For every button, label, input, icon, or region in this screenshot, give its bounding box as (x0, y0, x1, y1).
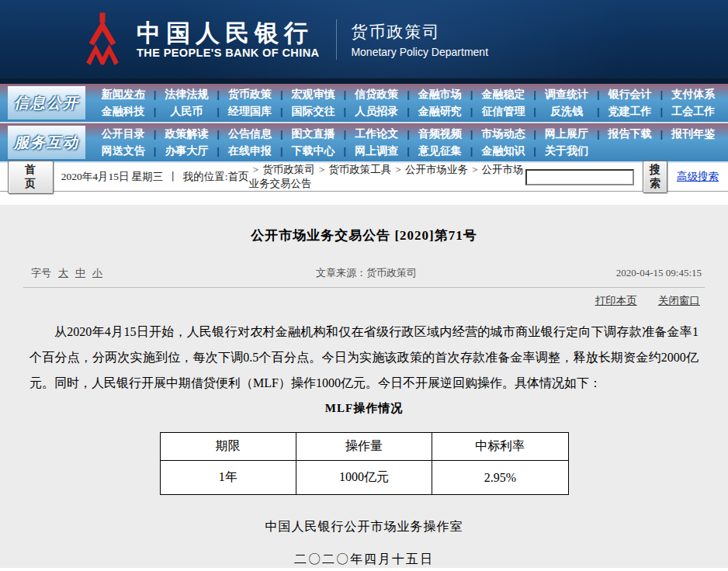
nav-link-金融稳定[interactable]: 金融稳定 (481, 88, 525, 100)
nav-cell: 信贷政策 (349, 87, 404, 102)
nav-cell: 新闻发布 (96, 87, 151, 102)
nav-link-银行会计[interactable]: 银行会计 (608, 88, 652, 100)
article-meta-row: 字号大中小 文章来源：货币政策司 2020-04-15 09:45:15 (23, 266, 705, 288)
nav-separator: | (277, 145, 286, 157)
nav-link-意见征集[interactable]: 意见征集 (418, 144, 462, 157)
nav-cell: 货币政策 (223, 87, 277, 102)
nav-link-网上展厅[interactable]: 网上展厅 (545, 127, 588, 140)
nav-cell: 公开目录 (96, 126, 151, 141)
nav-link-下载中心[interactable]: 下载中心 (292, 144, 335, 157)
nav-link-反洗钱[interactable]: 反洗钱 (550, 105, 583, 117)
nav-link-征信管理[interactable]: 征信管理 (481, 105, 525, 117)
nav-link-金融科技[interactable]: 金融科技 (102, 105, 145, 117)
nav-separator: | (277, 128, 286, 140)
nav-link-报告下载[interactable]: 报告下载 (608, 127, 652, 140)
nav-cell: 人员招录 (349, 104, 404, 119)
nav-link-法律法规[interactable]: 法律法规 (165, 88, 208, 100)
nav-link-办事大厅[interactable]: 办事大厅 (165, 144, 208, 157)
search-input[interactable] (525, 169, 634, 185)
nav-link-经理国库[interactable]: 经理国库 (228, 105, 272, 117)
nav-separator: | (404, 88, 413, 100)
table-column-header: 期限 (160, 433, 296, 461)
nav-separator: | (467, 88, 477, 100)
nav-link-宏观审慎[interactable]: 宏观审慎 (292, 88, 335, 100)
nav-cell: 市场动态 (477, 126, 531, 141)
nav-cell: 经理国库 (223, 104, 277, 119)
breadcrumb-segment[interactable]: 公开市场业务 (405, 164, 468, 175)
nav-link-金融市场[interactable]: 金融市场 (418, 88, 462, 100)
breadcrumb-separator: > (319, 164, 325, 175)
mlf-table-title: MLF操作情况 (0, 401, 728, 416)
nav-cell: 反洗钱 (539, 104, 594, 119)
nav-cell: 党建工作 (603, 104, 657, 119)
nav-link-信贷政策[interactable]: 信贷政策 (355, 88, 398, 100)
nav-cell: 法律法规 (160, 87, 214, 102)
nav-link-调查统计[interactable]: 调查统计 (545, 88, 588, 100)
nav-separator: | (277, 88, 286, 100)
nav-separator: | (340, 145, 349, 157)
nav-separator: | (213, 106, 223, 117)
nav-link-网送文告[interactable]: 网送文告 (102, 144, 145, 157)
search-zone: 搜索 高级搜索 (525, 161, 720, 193)
nav-separator: | (404, 145, 413, 157)
nav-link-工作论文[interactable]: 工作论文 (355, 127, 398, 140)
nav-link-公开目录[interactable]: 公开目录 (102, 127, 145, 140)
logo-group: 中国人民银行 THE PEOPLE'S BANK OF CHINA 货币政策司 … (82, 12, 488, 67)
font-size-label: 字号 (31, 267, 51, 279)
header-bottom-strip (0, 78, 728, 84)
nav-link-党建工作[interactable]: 党建工作 (608, 105, 652, 117)
nav-link-人民币[interactable]: 人民币 (170, 105, 203, 117)
nav-link-公告信息[interactable]: 公告信息 (228, 127, 272, 140)
nav-link-国际交往[interactable]: 国际交往 (292, 105, 335, 117)
nav-link-金融研究[interactable]: 金融研究 (418, 105, 462, 117)
nav-link-人员招录[interactable]: 人员招录 (355, 105, 398, 117)
search-button[interactable]: 搜索 (643, 161, 667, 193)
home-button[interactable]: 首 页 (8, 161, 54, 194)
nav-link-政策解读[interactable]: 政策解读 (165, 127, 208, 140)
nav-separator: | (594, 128, 603, 140)
table-cell: 1年 (160, 461, 296, 495)
nav-link-关于我们[interactable]: 关于我们 (545, 144, 588, 157)
breadcrumb-separator: > (395, 164, 401, 175)
close-window-link[interactable]: 关闭窗口 (658, 295, 700, 306)
nav-link-金融知识[interactable]: 金融知识 (481, 144, 525, 157)
nav-cell: 意见征集 (413, 144, 467, 158)
nav-cell: 图文直播 (286, 126, 341, 141)
department-name-en: Monetary Policy Department (351, 46, 488, 58)
nav-separator: | (340, 106, 349, 117)
nav-link-市场动态[interactable]: 市场动态 (481, 127, 525, 140)
nav-separator: | (151, 128, 160, 140)
nav-separator: | (340, 88, 349, 100)
breadcrumb-bar: 首 页 2020年4月15日 星期三 丨 我的位置:首页 >货币政策司>货币政策… (0, 163, 728, 192)
article-paragraph: 从2020年4月15日开始，人民银行对农村金融机构和仅在省级行政区域内经营的城市… (29, 319, 699, 396)
nav-link-支付体系[interactable]: 支付体系 (671, 88, 715, 100)
nav-link-报刊年鉴[interactable]: 报刊年鉴 (671, 127, 715, 140)
nav-link-货币政策[interactable]: 货币政策 (228, 88, 272, 100)
font-size-link-大[interactable]: 大 (58, 267, 68, 279)
site-header: 中国人民银行 THE PEOPLE'S BANK OF CHINA 货币政策司 … (0, 0, 728, 78)
breadcrumb-segment[interactable]: 货币政策工具 (328, 164, 391, 175)
nav-link-工会工作[interactable]: 工会工作 (671, 105, 715, 117)
nav-cell: 金融科技 (96, 104, 151, 119)
font-size-link-中[interactable]: 中 (75, 267, 85, 279)
nav-cell: 关于我们 (539, 144, 594, 158)
nav-cell: 调查统计 (539, 87, 594, 102)
breadcrumb-separator: > (253, 164, 259, 175)
print-page-link[interactable]: 打印本页 (595, 295, 637, 306)
advanced-search-link[interactable]: 高级搜索 (677, 170, 719, 184)
nav-cell: 网送文告 (96, 144, 151, 158)
nav-separator: | (594, 88, 603, 100)
nav-link-网上调查[interactable]: 网上调查 (355, 144, 398, 157)
nav-link-在线申报[interactable]: 在线申报 (228, 144, 272, 157)
nav-section-label-services: 服务互动 (8, 126, 85, 159)
breadcrumb-segment[interactable]: 货币政策司 (262, 164, 315, 175)
nav-link-图文直播[interactable]: 图文直播 (292, 127, 335, 140)
nav-cell: 金融知识 (477, 144, 531, 158)
nav-row-services: 服务互动 公开目录|政策解读|公告信息|图文直播|工作论文|音频视频|市场动态|… (0, 123, 728, 163)
font-size-link-小[interactable]: 小 (92, 267, 102, 279)
nav-section-label-information: 信息公开 (8, 86, 85, 119)
nav-link-音频视频[interactable]: 音频视频 (418, 127, 462, 140)
page-title: 公开市场业务交易公告 [2020]第71号 (0, 205, 728, 244)
nav-cell: 人民币 (160, 104, 214, 119)
nav-link-新闻发布[interactable]: 新闻发布 (102, 88, 145, 100)
